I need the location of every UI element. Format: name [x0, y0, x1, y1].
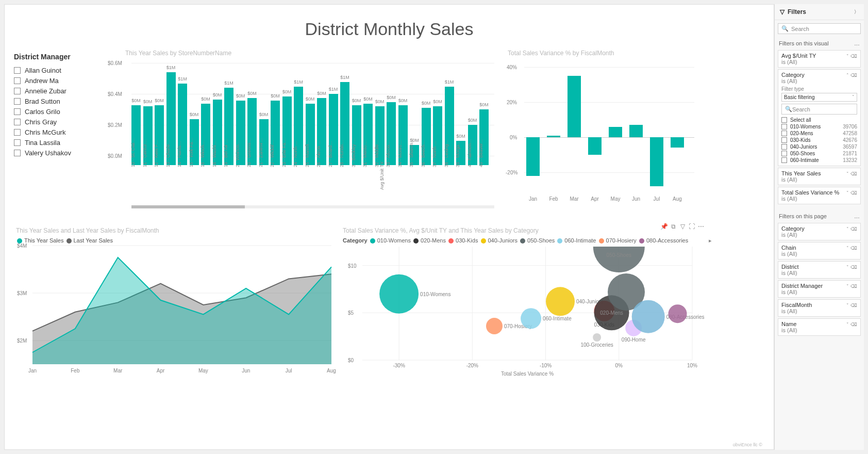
bar[interactable]: $0M23 - Erie Fa… — [282, 96, 292, 165]
filter-card[interactable]: Category˄ ⌫is (All)Filter typeBasic filt… — [778, 69, 861, 166]
bar[interactable]: $0M12 - Kent F… — [155, 105, 164, 165]
slicer-item[interactable]: Annelie Zubar — [14, 86, 107, 96]
clear-icon[interactable]: ⌫ — [850, 190, 857, 196]
slicer-item[interactable]: Carlos Grilo — [14, 106, 107, 117]
bar[interactable] — [650, 137, 663, 186]
slicer-district-manager[interactable]: District Manager Allan GuinotAndrew MaAn… — [14, 47, 107, 218]
chart-sales-by-store[interactable]: This Year Sales by StoreNumberName $0.6M… — [107, 47, 498, 218]
chevron-icon[interactable]: ˅ — [846, 226, 849, 232]
bar[interactable]: $0M26 - Akron … — [317, 98, 326, 165]
bar[interactable]: $1M14 - Harris… — [178, 84, 187, 165]
checkbox-icon[interactable] — [781, 117, 787, 123]
filter-card[interactable]: District Manager˅ ⌫is (All) — [778, 280, 861, 298]
filters-pane[interactable]: ▽ Filters 〉 🔍 Search Filters on this vis… — [774, 4, 864, 450]
bar[interactable]: $0M18 - Washi… — [213, 100, 222, 165]
bar[interactable] — [588, 137, 602, 155]
focus-icon[interactable]: ⛶ — [687, 222, 696, 231]
bubble[interactable] — [632, 300, 665, 333]
checkbox-icon[interactable] — [14, 77, 21, 84]
chevron-icon[interactable]: ˅ — [846, 54, 849, 59]
bar[interactable] — [629, 125, 643, 137]
checkbox-icon[interactable] — [14, 67, 21, 74]
filter-card[interactable]: Chain˅ ⌫is (All) — [778, 242, 861, 260]
filter-card[interactable]: Category˅ ⌫is (All) — [778, 223, 861, 240]
clear-icon[interactable]: ⌫ — [850, 265, 857, 270]
bar[interactable]: $0M34 - Monro… — [398, 105, 408, 165]
filter-type-select[interactable]: Basic filtering˅ — [781, 93, 857, 102]
bar[interactable]: $0M36 - Beech… — [422, 108, 431, 165]
bar[interactable] — [671, 137, 684, 148]
scrollbar-x[interactable] — [131, 205, 494, 208]
filter-option[interactable]: 030-Kids42676 — [781, 137, 857, 143]
filter-card[interactable]: This Year Sales˅ ⌫is (All) — [778, 168, 861, 185]
chart-scatter-category[interactable]: 📌 ⧉ ▽ ⛶ ⋯ Total Sales Variance %, Avg $/… — [341, 225, 712, 411]
legend-more-icon[interactable]: ▸ — [709, 237, 712, 244]
filter-option[interactable]: 010-Womens39706 — [781, 123, 857, 130]
slicer-item[interactable]: Chris McGurk — [14, 127, 107, 137]
chevron-icon[interactable]: ˅ — [846, 246, 849, 251]
scrollbar-thumb[interactable] — [131, 205, 245, 208]
bar[interactable] — [547, 136, 560, 137]
bar[interactable]: $0M33 - Altoon… — [387, 102, 396, 165]
checkbox-icon[interactable] — [14, 108, 21, 115]
bar[interactable]: $0M31 - Mento… — [363, 104, 373, 165]
chevron-icon[interactable]: ˅ — [846, 190, 849, 196]
bar[interactable]: $0M40 - Beaver… — [479, 109, 489, 165]
filter-option[interactable]: 060-Intimate13232 — [781, 157, 857, 164]
checkbox-icon[interactable] — [14, 119, 21, 125]
filter-option[interactable]: Select all — [781, 117, 857, 123]
bar[interactable]: $0M32 - Middle… — [375, 106, 385, 165]
filter-card[interactable]: Name˅ ⌫is (All) — [778, 318, 861, 336]
checkbox-icon[interactable] — [781, 124, 787, 129]
bar[interactable] — [526, 137, 540, 176]
bar[interactable] — [609, 127, 622, 137]
bar[interactable]: $0M20 - Greens… — [247, 98, 257, 165]
chevron-icon[interactable]: ˅ — [846, 265, 849, 270]
bar[interactable]: $0M37 - North … — [433, 106, 442, 165]
clear-icon[interactable]: ⌫ — [850, 284, 857, 289]
clear-icon[interactable]: ⌫ — [850, 73, 857, 78]
bubble[interactable] — [379, 274, 419, 314]
clear-icon[interactable]: ⌫ — [850, 246, 857, 251]
bar[interactable]: $0M39 - Morga… — [456, 141, 465, 165]
bar[interactable]: $1M38 - Lexing… — [445, 87, 454, 165]
bar[interactable]: $1M24 - North … — [294, 87, 303, 165]
bar[interactable]: $1M27 - Board… — [329, 94, 338, 165]
bubble[interactable] — [486, 318, 503, 334]
clear-icon[interactable]: ⌫ — [850, 226, 857, 232]
bar[interactable]: $1M19 - Bel Air … — [224, 88, 233, 165]
bar[interactable]: $0M22 - Wicklif… — [271, 101, 280, 165]
bar[interactable]: $0M4 - Fairmon… — [468, 125, 477, 165]
slicer-item[interactable]: Allan Guinot — [14, 65, 107, 75]
clear-icon[interactable]: ⌫ — [850, 54, 857, 59]
bar[interactable]: $0M35 - Sharon… — [410, 145, 419, 165]
chevron-icon[interactable]: ˅ — [846, 284, 849, 289]
pin-icon[interactable]: 📌 — [659, 222, 669, 231]
checkbox-icon[interactable] — [781, 137, 787, 143]
slicer-item[interactable]: Andrew Ma — [14, 75, 107, 86]
bar[interactable]: $1M13 - Charle… — [166, 72, 176, 165]
bubble[interactable] — [593, 333, 601, 342]
slicer-item[interactable]: Tina Lassila — [14, 137, 107, 148]
bar[interactable]: $0M2 - Weirton… — [236, 101, 245, 165]
bar[interactable] — [567, 76, 581, 137]
chevron-right-icon[interactable]: 〉 — [854, 9, 859, 15]
chevron-icon[interactable]: ˅ — [846, 171, 849, 176]
checkbox-icon[interactable] — [781, 144, 787, 150]
filter-option[interactable]: 040-Juniors36597 — [781, 143, 857, 150]
clear-icon[interactable]: ⌫ — [850, 322, 857, 327]
checkbox-icon[interactable] — [14, 139, 21, 146]
copy-icon[interactable]: ⧉ — [669, 222, 678, 231]
filter-card[interactable]: FiscalMonth˅ ⌫is (All) — [778, 299, 861, 317]
filter-search-input[interactable]: 🔍 Search — [781, 104, 857, 115]
clear-icon[interactable]: ⌫ — [850, 303, 857, 308]
filters-search-input[interactable]: 🔍 Search — [778, 23, 861, 34]
checkbox-icon[interactable] — [14, 150, 21, 156]
checkbox-icon[interactable] — [14, 88, 21, 94]
bar[interactable]: $0M15 - York Fa… — [190, 119, 199, 165]
chart-sales-ty-ly[interactable]: This Year Sales and Last Year Sales by F… — [14, 225, 339, 411]
filter-card[interactable]: District˅ ⌫is (All) — [778, 261, 861, 279]
bar[interactable]: $0M25 - Mansfi… — [306, 104, 315, 165]
checkbox-icon[interactable] — [14, 98, 21, 105]
checkbox-icon[interactable] — [781, 151, 787, 156]
